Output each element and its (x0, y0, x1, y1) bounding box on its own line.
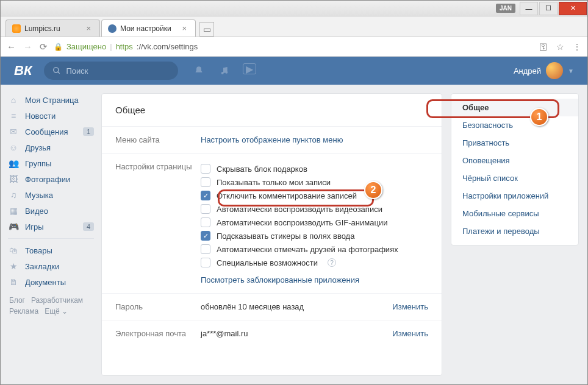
nav-item[interactable]: 🗎Документы (1, 274, 101, 290)
settings-nav-item[interactable]: Общее (451, 99, 578, 116)
browser-tab-lumpics[interactable]: Lumpics.ru × (5, 19, 100, 37)
nav-item[interactable]: 👥Группы (1, 155, 101, 171)
user-menu[interactable]: Андрей ▼ (514, 62, 574, 79)
settings-nav-item[interactable]: Безопасность (451, 116, 578, 134)
nav-item[interactable]: ♫Музыка (1, 187, 101, 203)
url-field[interactable]: 🔒 Защищено | https://vk.com/settings (54, 42, 533, 51)
favicon-icon (108, 24, 117, 33)
change-password-link[interactable]: Изменить (392, 302, 428, 311)
vk-logo[interactable]: ВК (14, 63, 32, 79)
checkbox-label: Автоматически отмечать друзей на фотогра… (217, 245, 398, 254)
settings-nav-item[interactable]: Приватность (451, 134, 578, 152)
settings-nav-item[interactable]: Чёрный список (451, 169, 578, 187)
extension-badge[interactable]: JAN (496, 4, 515, 13)
footer-link[interactable]: Разработчикам (31, 296, 83, 305)
configure-menu-link[interactable]: Настроить отображение пунктов меню (201, 135, 343, 144)
setting-checkbox-row: ✓Подсказывать стикеры в полях ввода (201, 229, 428, 242)
nav-icon: 🛍 (8, 245, 19, 255)
forward-button[interactable]: → (23, 41, 32, 52)
vk-header: ВК Поиск ▶ Андрей ▼ (1, 57, 587, 85)
footer-link[interactable]: Реклама (9, 307, 38, 316)
settings-nav-panel: ОбщееБезопасностьПриватностьОповещенияЧё… (451, 93, 579, 245)
nav-item[interactable]: ✉Сообщения1 (1, 124, 101, 140)
settings-nav-item[interactable]: Мобильные сервисы (451, 205, 578, 222)
menu-icon[interactable]: ⋮ (573, 42, 581, 52)
reload-button[interactable]: ⟳ (40, 41, 48, 52)
nav-item[interactable]: 🖼Фотографии (1, 171, 101, 187)
nav-item[interactable]: ☺Друзья (1, 140, 101, 155)
close-window-button[interactable]: ✕ (559, 2, 587, 15)
tab-close-icon[interactable]: × (84, 24, 93, 33)
checkbox[interactable]: ✓ (201, 191, 210, 200)
nav-label: Документы (25, 278, 66, 287)
key-icon[interactable]: ⚿ (539, 42, 548, 52)
content-area: ⌂Моя Страница≡Новости✉Сообщения1☺Друзья👥… (1, 85, 587, 384)
checkbox[interactable] (201, 244, 210, 254)
nav-icon: 🗎 (8, 277, 19, 287)
email-value: ja***@mail.ru (201, 329, 248, 338)
new-tab-button[interactable]: ▭ (199, 22, 214, 37)
maximize-button[interactable]: ☐ (539, 2, 558, 15)
nav-item[interactable]: 🎮Игры4 (1, 219, 101, 235)
nav-item[interactable]: ▦Видео (1, 203, 101, 219)
nav-separator (8, 238, 94, 239)
section-label-password: Пароль (115, 302, 201, 311)
settings-nav-item[interactable]: Оповещения (451, 152, 578, 169)
setting-checkbox-row: Скрывать блок подарков (201, 162, 428, 175)
footer-link[interactable]: Ещё ⌄ (45, 307, 68, 316)
setting-checkbox-row: Показывать только мои записи (201, 175, 428, 189)
svg-line-1 (58, 72, 60, 74)
checkbox[interactable] (201, 217, 210, 227)
checkbox[interactable] (201, 177, 210, 187)
search-placeholder: Поиск (66, 66, 88, 76)
nav-icon: ★ (8, 261, 19, 271)
chevron-down-icon: ▼ (568, 68, 574, 74)
svg-point-0 (54, 68, 59, 72)
checkbox[interactable] (201, 258, 210, 267)
browser-tabstrip: Lumpics.ru × Мои настройки × ▭ (1, 16, 587, 37)
nav-icon: 👥 (8, 158, 19, 168)
nav-icon: ✉ (8, 127, 19, 136)
back-button[interactable]: ← (7, 41, 16, 52)
browser-tab-settings[interactable]: Мои настройки × (101, 19, 196, 37)
section-label-menu: Меню сайта (115, 135, 201, 144)
nav-label: Группы (25, 159, 51, 168)
notifications-icon[interactable] (192, 63, 206, 78)
window-titlebar: JAN — ☐ ✕ (1, 1, 587, 16)
footer-links: БлогРазработчикамРекламаЕщё ⌄ (1, 290, 101, 322)
change-email-link[interactable]: Изменить (392, 329, 428, 338)
settings-nav-item[interactable]: Настройки приложений (451, 187, 578, 205)
secure-label: Защищено (66, 42, 106, 51)
nav-item[interactable]: ★Закладки (1, 258, 101, 274)
settings-panel: Общее Меню сайта Настроить отображение п… (101, 93, 442, 376)
play-icon[interactable]: ▶ (243, 63, 256, 74)
checkbox-label: Автоматически воспроизводить GIF-анимаци… (217, 218, 387, 227)
checkbox[interactable]: ✓ (201, 231, 210, 241)
footer-link[interactable]: Блог (9, 296, 25, 305)
nav-label: Сообщения (25, 127, 68, 136)
settings-nav-item[interactable]: Платежи и переводы (451, 222, 578, 240)
nav-icon: ≡ (8, 111, 19, 121)
nav-item[interactable]: ⌂Моя Страница (1, 92, 101, 108)
nav-label: Товары (25, 246, 52, 255)
nav-icon: ▦ (8, 206, 19, 216)
bookmark-icon[interactable]: ☆ (556, 42, 564, 52)
nav-label: Друзья (25, 143, 51, 152)
checkbox[interactable] (201, 204, 210, 214)
address-bar: ← → ⟳ 🔒 Защищено | https://vk.com/settin… (1, 37, 587, 57)
checkbox-label: Автоматически воспроизводить видеозаписи (217, 205, 382, 214)
help-icon[interactable]: ? (328, 258, 336, 267)
checkbox-label: Специальные возможности (217, 258, 318, 267)
nav-item[interactable]: ≡Новости (1, 108, 101, 124)
left-navigation: ⌂Моя Страница≡Новости✉Сообщения1☺Друзья👥… (1, 85, 101, 384)
tab-close-icon[interactable]: × (179, 24, 189, 33)
avatar (546, 62, 563, 79)
search-input[interactable]: Поиск (44, 62, 178, 80)
blocked-apps-link[interactable]: Посмотреть заблокированные приложения (201, 275, 359, 284)
nav-item[interactable]: 🛍Товары (1, 242, 101, 258)
nav-label: Видео (25, 207, 48, 216)
minimize-button[interactable]: — (520, 2, 538, 15)
checkbox[interactable] (201, 164, 210, 174)
music-icon[interactable] (217, 63, 232, 78)
url-path: ://vk.com/settings (137, 42, 198, 51)
